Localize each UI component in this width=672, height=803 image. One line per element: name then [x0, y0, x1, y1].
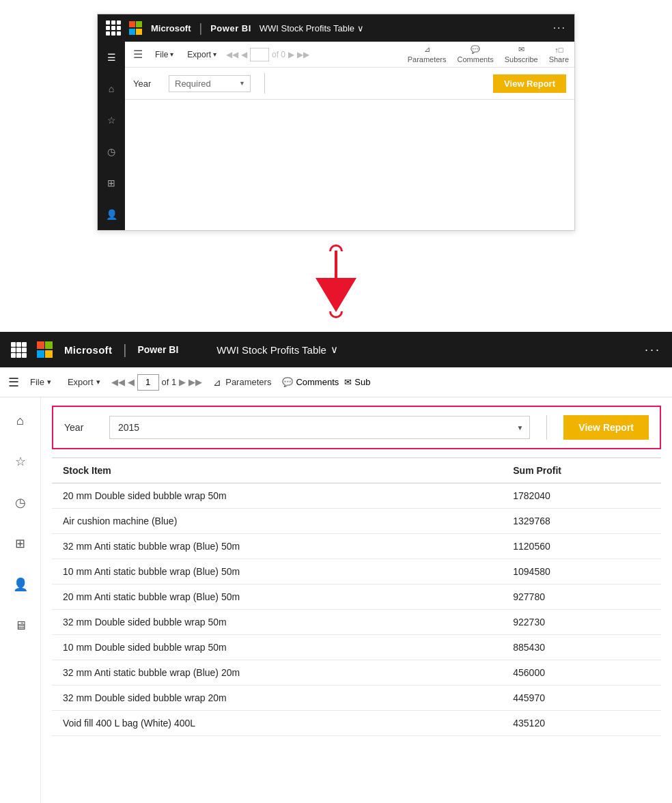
stock-item-cell: 20 mm Double sided bubble wrap 50m [52, 483, 502, 509]
sidebar-icon-apps[interactable]: ⊞ [101, 173, 122, 193]
top-nav-bar: Microsoft | Power BI WWI Stock Profits T… [98, 14, 574, 42]
sidebar-icon-people[interactable]: 👤 [101, 204, 122, 225]
share-button-top[interactable]: ↑□ Share [549, 46, 569, 64]
report-name-bottom: WWI Stock Profits Table ∨ [216, 343, 338, 356]
nav-more-bottom[interactable]: ··· [645, 343, 661, 357]
empty-content-area [125, 100, 574, 182]
top-browser-body: ☰ ⌂ ☆ ◷ ⊞ 👤 ☰ File ▾ Export ▾ [98, 42, 574, 230]
microsoft-logo-bottom [37, 341, 53, 358]
nav-next-top[interactable]: ▶ [288, 50, 294, 59]
nav-prev-top[interactable]: ◀ [241, 50, 247, 59]
nav-last-top[interactable]: ▶▶ [297, 50, 309, 59]
report-name-top: WWI Stock Profits Table ∨ [260, 23, 364, 33]
stock-item-cell: 32 mm Double sided bubble wrap 50m [52, 610, 502, 635]
page-navigation-bottom: ◀◀ ◀ of 1 ▶ ▶▶ [111, 374, 203, 391]
page-input-top[interactable] [250, 48, 269, 61]
comments-button-top[interactable]: 💬 Comments [458, 45, 494, 64]
report-content: Year 2015 View Report Stock Item Sum Pro… [41, 397, 672, 803]
year-select-top[interactable]: Required [169, 75, 251, 92]
microsoft-label-bottom: Microsoft [64, 344, 112, 356]
page-of-text: of 1 [162, 377, 177, 387]
profit-cell: 922730 [502, 610, 661, 635]
params-divider-top [264, 73, 265, 94]
year-select-wrapper-bottom: 2015 [109, 416, 530, 439]
subscribe-button-top[interactable]: ✉ Subscribe [505, 45, 538, 64]
sidebar-icon-clock[interactable]: ◷ [101, 141, 122, 162]
file-button-bottom[interactable]: File ▾ [25, 376, 57, 389]
profit-cell: 927780 [502, 584, 661, 610]
sidebar-apps-bottom[interactable]: ⊞ [8, 531, 33, 556]
sidebar-people-bottom[interactable]: 👤 [8, 572, 33, 597]
apps-grid-icon-bottom[interactable] [11, 342, 26, 357]
nav-last-bottom[interactable]: ▶▶ [188, 377, 202, 387]
parameters-button-top[interactable]: ⊿ Parameters [408, 45, 447, 64]
arrow-head [316, 278, 356, 312]
sidebar-star-bottom[interactable]: ☆ [8, 449, 33, 474]
nav-prev-bottom[interactable]: ◀ [128, 377, 135, 387]
hamburger-icon-bottom[interactable]: ☰ [8, 375, 19, 390]
subscribe-button-bottom[interactable]: ✉ Sub [344, 377, 370, 387]
table-row: 32 mm Anti static bubble wrap (Blue) 20m… [52, 660, 661, 686]
stock-item-cell: Void fill 400 L bag (White) 400L [52, 711, 502, 736]
toolbar-icon-group-top: ⊿ Parameters 💬 Comments ✉ Subscribe ↑ [408, 45, 569, 64]
nav-first-top[interactable]: ◀◀ [226, 50, 238, 59]
stock-item-cell: 32 mm Anti static bubble wrap (Blue) 50m [52, 534, 502, 559]
year-select-bottom[interactable]: 2015 [109, 416, 530, 439]
params-row-top: Year Required View Report [125, 68, 574, 100]
arrow-curve-bottom [329, 311, 343, 318]
profit-cell: 445970 [502, 686, 661, 711]
subscribe-icon-bottom: ✉ [344, 377, 352, 387]
stock-item-cell: 32 mm Double sided bubble wrap 20m [52, 686, 502, 711]
year-label-bottom: Year [64, 422, 98, 433]
parameters-button-bottom[interactable]: ⊿ Parameters [208, 376, 277, 389]
profit-cell: 1329768 [502, 509, 661, 534]
stock-item-cell: 32 mm Anti static bubble wrap (Blue) 20m [52, 660, 502, 686]
down-arrow [316, 244, 356, 318]
share-icon-top: ↑□ [555, 46, 563, 54]
sidebar-icon-home[interactable]: ⌂ [101, 79, 122, 99]
apps-grid-icon[interactable] [106, 20, 121, 36]
table-row: 32 mm Double sided bubble wrap 20m445970 [52, 686, 661, 711]
table-row: 10 mm Anti static bubble wrap (Blue) 50m… [52, 559, 661, 584]
export-button-bottom[interactable]: Export ▾ [62, 376, 106, 389]
profit-cell: 1120560 [502, 534, 661, 559]
microsoft-logo [129, 21, 143, 35]
sidebar-clock-bottom[interactable]: ◷ [8, 490, 33, 515]
table-row: 20 mm Double sided bubble wrap 50m178204… [52, 483, 661, 509]
sidebar-home-bottom[interactable]: ⌂ [8, 408, 33, 433]
table-header-row: Stock Item Sum Profit [52, 458, 661, 483]
subscribe-icon-top: ✉ [518, 45, 524, 54]
arrow-shaft [335, 251, 337, 278]
sidebar-screen-bottom[interactable]: 🖥 [8, 613, 33, 638]
view-report-button-top[interactable]: View Report [493, 74, 566, 93]
main-layout: ⌂ ☆ ◷ ⊞ 👤 🖥 Year 2015 View Report [0, 397, 672, 803]
table-row: 10 mm Double sided bubble wrap 50m885430 [52, 635, 661, 660]
export-button-top[interactable]: Export ▾ [183, 48, 221, 61]
page-input-bottom[interactable] [137, 374, 159, 391]
params-divider-bottom [546, 415, 547, 440]
microsoft-label: Microsoft [151, 23, 191, 33]
top-sidebar: ☰ ⌂ ☆ ◷ ⊞ 👤 [98, 42, 125, 230]
comments-icon-top: 💬 [471, 45, 480, 54]
filter-icon-bottom: ⊿ [213, 377, 221, 388]
table-row: 32 mm Double sided bubble wrap 50m922730 [52, 610, 661, 635]
sidebar-icon-hamburger[interactable]: ☰ [101, 47, 122, 68]
file-button-top[interactable]: File ▾ [151, 48, 178, 61]
arrow-section [0, 231, 672, 332]
view-report-button-bottom[interactable]: View Report [563, 415, 649, 440]
nav-next-bottom[interactable]: ▶ [179, 377, 186, 387]
col-stock-item-header: Stock Item [52, 458, 502, 483]
sidebar-bottom: ⌂ ☆ ◷ ⊞ 👤 🖥 [0, 397, 41, 803]
bottom-section: Microsoft | Power BI WWI Stock Profits T… [0, 332, 672, 803]
table-row: 20 mm Anti static bubble wrap (Blue) 50m… [52, 584, 661, 610]
stock-item-cell: 20 mm Anti static bubble wrap (Blue) 50m [52, 584, 502, 610]
hamburger-icon-top[interactable]: ☰ [130, 45, 145, 64]
comments-button-bottom[interactable]: 💬 Comments [282, 377, 339, 387]
profit-cell: 456000 [502, 660, 661, 686]
powerbi-brand: Power BI [210, 23, 251, 33]
stock-item-cell: 10 mm Anti static bubble wrap (Blue) 50m [52, 559, 502, 584]
sidebar-icon-star[interactable]: ☆ [101, 110, 122, 130]
nav-more-top[interactable]: ··· [553, 22, 566, 34]
bottom-nav-bar: Microsoft | Power BI WWI Stock Profits T… [0, 332, 672, 367]
nav-first-bottom[interactable]: ◀◀ [111, 377, 125, 387]
